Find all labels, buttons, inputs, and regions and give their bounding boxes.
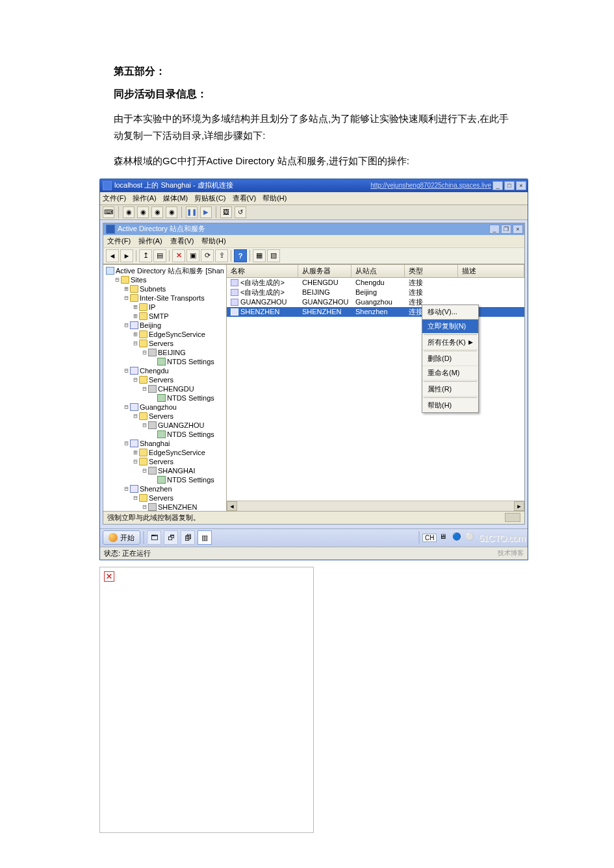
taskbar-icon-2[interactable]: 🗗 xyxy=(164,530,178,545)
tree-ist[interactable]: ⊟Inter-Site Transports xyxy=(105,293,226,303)
ctx-properties[interactable]: 属性(R) xyxy=(422,382,478,397)
export-icon[interactable]: ⇪ xyxy=(215,249,228,262)
vm-titlebar[interactable]: localhost 上的 Shanghai - 虚拟机连接 http://yej… xyxy=(100,179,528,192)
tree-site-shanghai[interactable]: ⊟Shanghai xyxy=(105,439,226,448)
tb-extra2-icon[interactable]: ▧ xyxy=(267,249,280,262)
col-type[interactable]: 类型 xyxy=(405,265,458,277)
list-row[interactable]: <自动生成的> CHENGDU Chengdu 连接 xyxy=(227,278,524,288)
list-row[interactable]: <自动生成的> BEIJING Beijing 连接 xyxy=(227,288,524,297)
ad-statusbar: 强制立即与此域控制器复制。 xyxy=(103,511,524,524)
col-server[interactable]: 从服务器 xyxy=(298,265,352,277)
vm-tb-start-icon[interactable]: ◉ xyxy=(123,206,134,218)
ad-menubar: 文件(F) 操作(A) 查看(V) 帮助(H) xyxy=(103,235,524,248)
tree-site-shenzhen[interactable]: ⊟Shenzhen xyxy=(105,484,226,493)
refresh-icon[interactable]: ⟳ xyxy=(201,249,214,262)
tree-ntds-chengdu[interactable]: NTDS Settings xyxy=(105,393,226,403)
taskbar-icon-3[interactable]: 🗐 xyxy=(181,530,195,545)
tree-server-chengdu[interactable]: ⊟CHENGDU xyxy=(105,384,226,393)
minimize-button[interactable]: _ xyxy=(492,181,503,190)
tree-sites[interactable]: ⊟Sites xyxy=(105,275,226,284)
help-icon[interactable]: ? xyxy=(234,249,247,262)
tree-ip[interactable]: ⊞IP xyxy=(105,303,226,312)
tree-site-guangzhou[interactable]: ⊟Guangzhou xyxy=(105,403,226,412)
tree-server-guangzhou[interactable]: ⊟GUANGZHOU xyxy=(105,421,226,430)
ctx-delete[interactable]: 删除(D) xyxy=(422,352,478,366)
ctx-help[interactable]: 帮助(H) xyxy=(422,399,478,412)
ctx-rename[interactable]: 重命名(M) xyxy=(422,366,478,380)
col-name[interactable]: 名称 xyxy=(227,265,298,277)
tree-subnets[interactable]: ⊞Subnets xyxy=(105,284,226,293)
vm-menu-file[interactable]: 文件(F) xyxy=(103,193,126,203)
ad-restore-button[interactable]: ❐ xyxy=(501,225,511,234)
ctx-replicate-now[interactable]: 立即复制(N) xyxy=(422,319,478,334)
vm-tb-turnoff-icon[interactable]: ◉ xyxy=(137,206,149,218)
list-hscroll[interactable]: ◄ ► xyxy=(227,501,524,511)
tree-pane[interactable]: Active Directory 站点和服务 [Shan ⊟Sites ⊞Sub… xyxy=(103,265,227,511)
tree-chengdu-servers[interactable]: ⊟Servers xyxy=(105,375,226,384)
tree-ntds-shanghai[interactable]: NTDS Settings xyxy=(105,475,226,484)
vm-menu-clip[interactable]: 剪贴板(C) xyxy=(194,193,225,203)
vm-tb-reset-icon[interactable]: ▶ xyxy=(200,206,212,218)
tray-icon-3[interactable]: ⚪ xyxy=(465,532,476,543)
tree-beijing-edgesync[interactable]: ⊞EdgeSyncService xyxy=(105,330,226,339)
tree-shanghai-edgesync[interactable]: ⊞EdgeSyncService xyxy=(105,448,226,457)
scroll-right-icon[interactable]: ► xyxy=(514,501,524,511)
start-button[interactable]: 开始 xyxy=(103,530,140,545)
tree-server-shanghai[interactable]: ⊟SHANGHAI xyxy=(105,466,226,475)
vm-tb-ctrl-alt-del-icon[interactable]: ⌨ xyxy=(103,206,114,218)
ctx-move[interactable]: 移动(V)... xyxy=(422,305,478,319)
tree-shenzhen-servers[interactable]: ⊟Servers xyxy=(105,493,226,502)
tree-site-chengdu[interactable]: ⊟Chengdu xyxy=(105,366,226,375)
back-icon[interactable]: ◄ xyxy=(106,249,119,262)
taskbar-icon-1[interactable]: 🗔 xyxy=(147,530,161,545)
vm-tb-revert-icon[interactable]: ↺ xyxy=(235,206,246,218)
ad-menu-help[interactable]: 帮助(H) xyxy=(201,236,225,246)
tb-extra1-icon[interactable]: ▦ xyxy=(253,249,266,262)
vm-tb-shutdown-icon[interactable]: ◉ xyxy=(151,206,163,218)
tree-site-beijing[interactable]: ⊟Beijing xyxy=(105,321,226,330)
vm-menu-view[interactable]: 查看(V) xyxy=(233,193,257,203)
up-icon[interactable]: ↥ xyxy=(139,249,152,262)
forward-icon[interactable]: ► xyxy=(120,249,133,262)
maximize-button[interactable]: □ xyxy=(504,181,515,190)
tree-ntds-guangzhou[interactable]: NTDS Settings xyxy=(105,430,226,439)
tree-shanghai-servers[interactable]: ⊟Servers xyxy=(105,457,226,466)
taskbar-icon-ad[interactable]: ▥ xyxy=(198,530,212,545)
vm-title: localhost 上的 Shanghai - 虚拟机连接 xyxy=(114,180,233,190)
vm-tb-pause-icon[interactable]: ❚❚ xyxy=(186,206,198,218)
tree-server-beijing[interactable]: ⊟BEIJING xyxy=(105,348,226,357)
properties-icon[interactable]: ▣ xyxy=(186,249,199,262)
tree-server-shenzhen[interactable]: ⊟SHENZHEN xyxy=(105,502,226,511)
tree-smtp[interactable]: ⊞SMTP xyxy=(105,312,226,321)
tree-guangzhou-servers[interactable]: ⊟Servers xyxy=(105,412,226,421)
list-row[interactable]: GUANGZHOU GUANGZHOU Guangzhou 连接 xyxy=(227,297,524,307)
ad-toolbar: ◄ ► ↥ ▤ ✕ ▣ ⟳ ⇪ ? ▦ ▧ xyxy=(103,248,524,264)
ad-minimize-button[interactable]: _ xyxy=(489,225,500,234)
tray-icon-2[interactable]: 🔵 xyxy=(452,532,463,543)
list-pane[interactable]: 名称 从服务器 从站点 类型 描述 <自动生成的> CHENGDU Chengd… xyxy=(227,265,524,511)
ad-close-button[interactable]: × xyxy=(513,225,523,234)
tray-icon-1[interactable]: 🖥 xyxy=(439,532,450,543)
scroll-left-icon[interactable]: ◄ xyxy=(227,501,237,511)
tree-root[interactable]: Active Directory 站点和服务 [Shan xyxy=(105,266,226,275)
vm-menu-action[interactable]: 操作(A) xyxy=(133,193,157,203)
tree-beijing-servers[interactable]: ⊟Servers xyxy=(105,339,226,348)
vm-menu-media[interactable]: 媒体(M) xyxy=(163,193,188,203)
col-site[interactable]: 从站点 xyxy=(352,265,405,277)
delete-icon[interactable]: ✕ xyxy=(172,249,185,262)
tray-lang[interactable]: CH xyxy=(422,534,437,542)
list-header: 名称 从服务器 从站点 类型 描述 xyxy=(227,265,524,278)
ad-menu-view[interactable]: 查看(V) xyxy=(170,236,194,246)
vm-tb-save-icon[interactable]: ◉ xyxy=(166,206,177,218)
ctx-all-tasks[interactable]: 所有任务(K)▶ xyxy=(422,336,478,350)
vm-tb-snapshot-icon[interactable]: 🖼 xyxy=(220,206,232,218)
col-desc[interactable]: 描述 xyxy=(458,265,524,277)
list-row-selected[interactable]: SHENZHEN SHENZHEN Shenzhen 连接 xyxy=(227,307,524,317)
ad-menu-file[interactable]: 文件(F) xyxy=(107,236,131,246)
ad-titlebar[interactable]: Active Directory 站点和服务 _ ❐ × xyxy=(103,223,524,235)
close-button[interactable]: × xyxy=(516,181,526,190)
vm-menu-help[interactable]: 帮助(H) xyxy=(262,193,287,203)
ad-menu-action[interactable]: 操作(A) xyxy=(138,236,162,246)
show-hide-tree-icon[interactable]: ▤ xyxy=(153,249,166,262)
tree-ntds-beijing[interactable]: NTDS Settings xyxy=(105,357,226,366)
